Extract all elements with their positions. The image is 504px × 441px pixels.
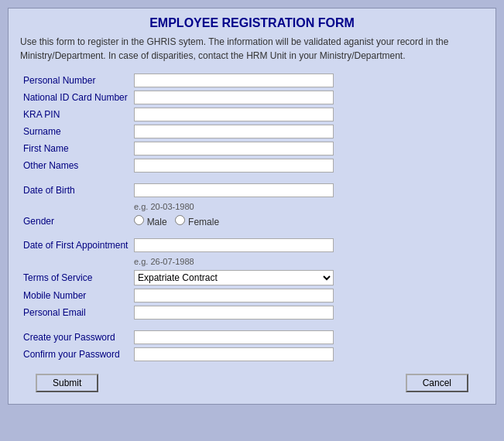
table-row: Date of Birth: [20, 182, 484, 199]
table-row: Surname: [20, 123, 484, 140]
gender-male-label: Male: [147, 217, 167, 227]
table-row: Terms of Service Expatriate Contract Per…: [20, 268, 484, 287]
table-row: KRA PIN: [20, 106, 484, 123]
table-row: Personal Number: [20, 72, 484, 89]
button-row: [20, 374, 484, 392]
table-row: Date of First Appointment: [20, 237, 484, 254]
kra-pin-input[interactable]: [134, 108, 334, 121]
form-table: Personal Number National ID Card Number …: [20, 72, 484, 363]
mobile-number-input[interactable]: [134, 289, 334, 303]
gender-male-radio[interactable]: [134, 215, 144, 225]
gender-female-label: Female: [188, 217, 219, 227]
create-password-input[interactable]: [134, 330, 334, 344]
surname-label: Surname: [20, 123, 132, 140]
confirm-password-label: Confirm your Password: [20, 346, 132, 363]
table-row: National ID Card Number: [20, 89, 484, 106]
form-description: Use this form to register in the GHRIS s…: [20, 35, 484, 63]
spacer-row: [20, 229, 484, 237]
spacer-row: [20, 321, 484, 329]
mobile-number-label: Mobile Number: [20, 287, 132, 304]
table-row: Personal Email: [20, 304, 484, 321]
dob-input[interactable]: [134, 183, 334, 197]
dob-label: Date of Birth: [20, 182, 132, 199]
form-wrapper: EMPLOYEE REGISTRATION FORM Use this form…: [8, 8, 496, 405]
personal-email-input[interactable]: [134, 306, 334, 320]
table-row: Other Names: [20, 157, 484, 174]
other-names-label: Other Names: [20, 157, 132, 174]
personal-number-label: Personal Number: [20, 72, 132, 89]
cancel-button[interactable]: [406, 374, 468, 392]
national-id-label: National ID Card Number: [20, 89, 132, 106]
submit-button[interactable]: [36, 374, 98, 392]
personal-number-input[interactable]: [134, 74, 334, 87]
create-password-label: Create your Password: [20, 329, 132, 346]
terms-of-service-select[interactable]: Expatriate Contract Permanent Contract T…: [134, 270, 334, 285]
personal-email-label: Personal Email: [20, 304, 132, 321]
surname-input[interactable]: [134, 125, 334, 138]
national-id-input[interactable]: [134, 91, 334, 104]
table-row: Create your Password: [20, 329, 484, 346]
table-row: Gender Male Female: [20, 214, 484, 229]
first-name-label: First Name: [20, 140, 132, 157]
gender-label: Gender: [20, 214, 132, 229]
table-row: e.g. 26-07-1988: [20, 254, 484, 268]
table-row: e.g. 20-03-1980: [20, 199, 484, 214]
table-row: First Name: [20, 140, 484, 157]
table-row: Confirm your Password: [20, 346, 484, 363]
terms-of-service-label: Terms of Service: [20, 268, 132, 287]
dob-hint: e.g. 20-03-1980: [134, 202, 194, 211]
other-names-input[interactable]: [134, 159, 334, 173]
kra-pin-label: KRA PIN: [20, 106, 132, 123]
page-container: EMPLOYEE REGISTRATION FORM Use this form…: [0, 0, 504, 416]
gender-female-radio[interactable]: [175, 215, 185, 225]
dof-appointment-label: Date of First Appointment: [20, 237, 132, 254]
page-title: EMPLOYEE REGISTRATION FORM: [20, 16, 484, 30]
table-row: Mobile Number: [20, 287, 484, 304]
dof-hint: e.g. 26-07-1988: [134, 257, 194, 266]
dof-appointment-input[interactable]: [134, 238, 334, 252]
first-name-input[interactable]: [134, 142, 334, 156]
confirm-password-input[interactable]: [134, 347, 334, 361]
spacer-row: [20, 174, 484, 182]
